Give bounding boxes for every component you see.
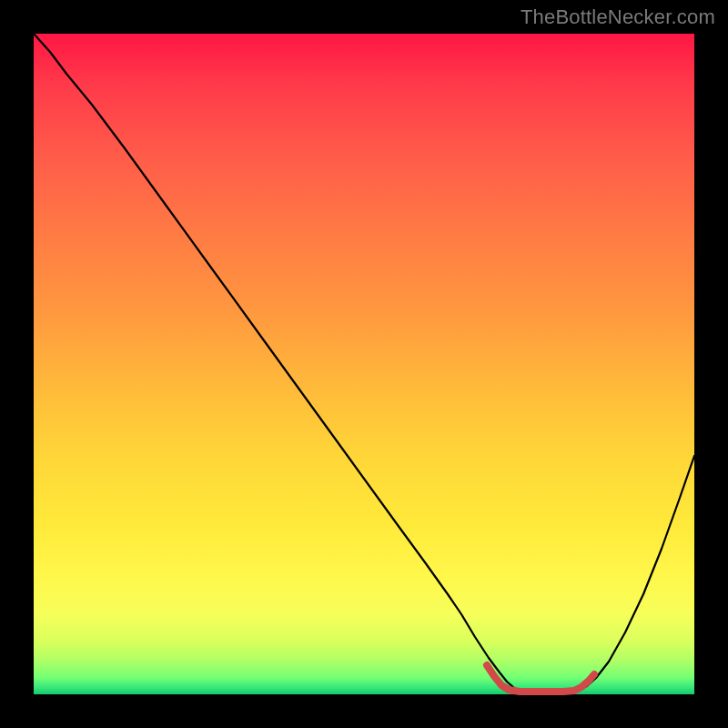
chart-frame: TheBottleNecker.com (0, 0, 728, 728)
valley-highlight (487, 665, 594, 692)
main-curve (34, 34, 694, 692)
chart-svg (34, 34, 694, 694)
bottleneck-chart (34, 34, 694, 694)
watermark-text: TheBottleNecker.com (521, 5, 715, 29)
